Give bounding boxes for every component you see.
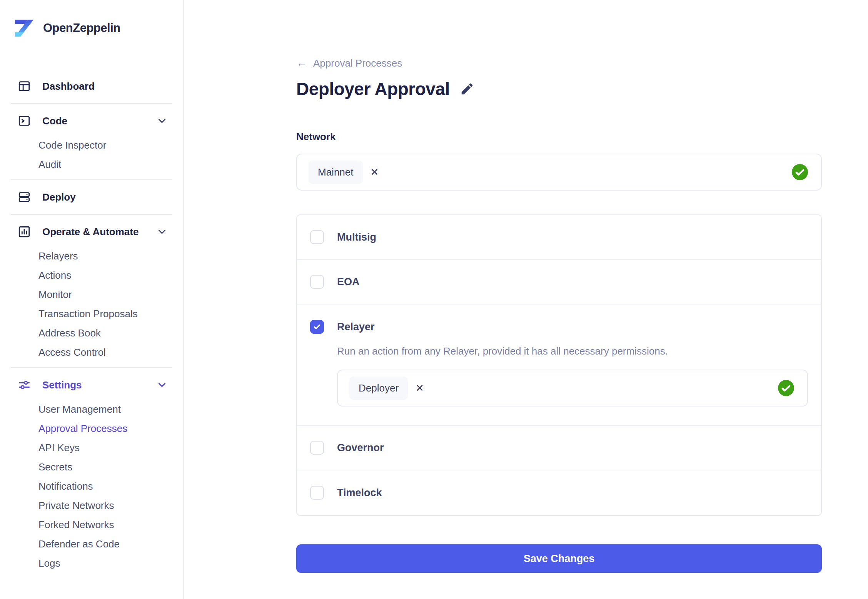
divider: [11, 214, 172, 215]
sidebar-nav: Dashboard Code Code Inspector Audit Depl…: [0, 75, 183, 573]
network-label: Network: [296, 131, 822, 143]
sidebar-item-code[interactable]: Code: [0, 109, 183, 132]
deploy-icon: [18, 191, 31, 204]
governor-checkbox[interactable]: [310, 441, 324, 455]
sidebar-item-label: Dashboard: [42, 80, 95, 92]
sidebar-item-settings[interactable]: Settings: [0, 373, 183, 397]
sidebar-item-label: Operate & Automate: [42, 226, 139, 238]
main-content: ← Approval Processes Deployer Approval N…: [184, 0, 868, 599]
bar-chart-icon: [18, 225, 31, 238]
divider: [11, 179, 172, 180]
sidebar-item-private-networks[interactable]: Private Networks: [0, 496, 183, 515]
relayer-description: Run an action from any Relayer, provided…: [337, 345, 808, 357]
sidebar-item-approval-processes[interactable]: Approval Processes: [0, 419, 183, 438]
sidebar: OpenZeppelin Dashboard Code Code Inspect…: [0, 0, 184, 599]
valid-check-icon: [792, 164, 808, 180]
relayer-row: Relayer Run an action from any Relayer, …: [297, 305, 821, 426]
sidebar-item-address-book[interactable]: Address Book: [0, 323, 183, 343]
divider: [11, 103, 172, 104]
sliders-icon: [18, 378, 31, 392]
remove-relayer-icon[interactable]: ✕: [416, 383, 424, 393]
operate-submenu: Relayers Actions Monitor Transaction Pro…: [0, 246, 183, 362]
sidebar-item-secrets[interactable]: Secrets: [0, 457, 183, 477]
sidebar-item-logs[interactable]: Logs: [0, 554, 183, 573]
brand[interactable]: OpenZeppelin: [0, 0, 183, 39]
governor-row[interactable]: Governor: [297, 426, 821, 470]
sidebar-item-label: Deploy: [42, 191, 76, 203]
sidebar-item-forked-networks[interactable]: Forked Networks: [0, 515, 183, 534]
sidebar-item-notifications[interactable]: Notifications: [0, 477, 183, 496]
sidebar-item-code-inspector[interactable]: Code Inspector: [0, 136, 183, 155]
network-select[interactable]: Mainnet ✕: [296, 154, 822, 191]
sidebar-item-user-management[interactable]: User Management: [0, 400, 183, 419]
relayer-chip: Deployer: [349, 376, 408, 400]
back-arrow-icon[interactable]: ←: [296, 57, 307, 69]
sidebar-item-actions[interactable]: Actions: [0, 266, 183, 285]
network-chip: Mainnet: [309, 161, 363, 184]
breadcrumb[interactable]: ← Approval Processes: [296, 57, 822, 69]
code-submenu: Code Inspector Audit: [0, 136, 183, 174]
chevron-down-icon[interactable]: [156, 226, 168, 238]
sidebar-item-deploy[interactable]: Deploy: [0, 186, 183, 209]
timelock-label: Timelock: [337, 487, 382, 499]
breadcrumb-label[interactable]: Approval Processes: [313, 57, 402, 69]
multisig-label: Multisig: [337, 231, 376, 243]
relayer-checkbox[interactable]: [310, 320, 324, 334]
timelock-checkbox[interactable]: [310, 486, 324, 500]
chevron-down-icon[interactable]: [156, 115, 168, 127]
sidebar-item-operate-automate[interactable]: Operate & Automate: [0, 220, 183, 243]
sidebar-item-defender-as-code[interactable]: Defender as Code: [0, 534, 183, 554]
eoa-label: EOA: [337, 276, 360, 288]
sidebar-item-label: Settings: [42, 379, 82, 391]
openzeppelin-logo-icon: [13, 17, 35, 39]
code-icon: [18, 114, 31, 127]
brand-name: OpenZeppelin: [43, 21, 120, 35]
approval-type-card: Multisig EOA Relayer Run an action from …: [296, 214, 822, 516]
relayer-select[interactable]: Deployer ✕: [337, 370, 808, 407]
governor-label: Governor: [337, 442, 384, 454]
valid-check-icon: [778, 380, 794, 396]
dashboard-icon: [18, 80, 31, 93]
multisig-row[interactable]: Multisig: [297, 215, 821, 260]
relayer-label: Relayer: [337, 321, 375, 333]
settings-submenu: User Management Approval Processes API K…: [0, 400, 183, 573]
remove-network-icon[interactable]: ✕: [371, 167, 379, 177]
eoa-checkbox[interactable]: [310, 275, 324, 289]
sidebar-item-label: Code: [42, 115, 67, 127]
timelock-row[interactable]: Timelock: [297, 470, 821, 515]
chevron-down-icon[interactable]: [156, 379, 168, 391]
save-changes-button[interactable]: Save Changes: [296, 544, 822, 573]
sidebar-item-dashboard[interactable]: Dashboard: [0, 75, 183, 98]
sidebar-item-transaction-proposals[interactable]: Transaction Proposals: [0, 304, 183, 323]
edit-title-button[interactable]: [460, 82, 474, 96]
multisig-checkbox[interactable]: [310, 230, 324, 244]
divider: [11, 367, 172, 368]
sidebar-item-api-keys[interactable]: API Keys: [0, 438, 183, 457]
sidebar-item-monitor[interactable]: Monitor: [0, 285, 183, 304]
pencil-icon: [460, 82, 474, 96]
page-title: Deployer Approval: [296, 79, 450, 99]
sidebar-item-relayers[interactable]: Relayers: [0, 246, 183, 266]
sidebar-item-audit[interactable]: Audit: [0, 155, 183, 174]
sidebar-item-access-control[interactable]: Access Control: [0, 343, 183, 362]
eoa-row[interactable]: EOA: [297, 260, 821, 305]
